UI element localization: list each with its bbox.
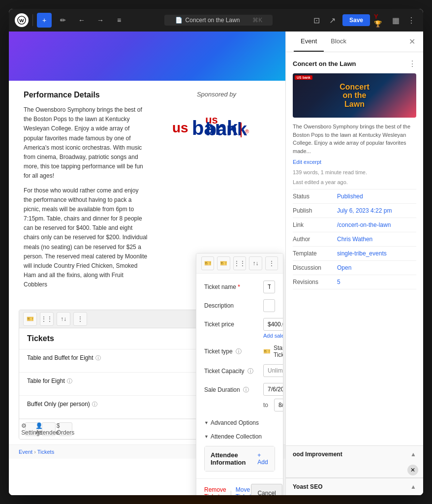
orders-tool[interactable]: $ Orders (59, 422, 72, 436)
sidebar-row-revisions: Revisions 5 (293, 275, 416, 289)
wp-logo[interactable]: W (15, 13, 29, 27)
yoast-icon[interactable]: Y🏆 (374, 14, 386, 26)
advanced-options-toggle[interactable]: Advanced Options (204, 417, 275, 428)
info-icon-3: ⓘ (92, 401, 97, 408)
value-author[interactable]: Chris Wathen (337, 236, 372, 243)
section-close-button[interactable]: ✕ (407, 465, 418, 475)
description-input[interactable] (263, 299, 275, 312)
paragraph-2: For those who would rather come and enjo… (24, 186, 148, 290)
breadcrumb-event[interactable]: Event (19, 449, 32, 455)
ticket-tool-more[interactable]: ⋮ (73, 312, 87, 326)
ticket-name-label: Ticket name * (204, 281, 258, 290)
sidebar-tabs: Event Block ✕ (286, 32, 423, 52)
section-yoast-toggle: ▲ (410, 483, 416, 490)
more-options-button[interactable]: ⋮ (405, 14, 417, 26)
ticket-edit-footer: Remove Ticket | Move Ticket Cancel Updat… (196, 478, 283, 495)
ticket-name-input[interactable] (263, 281, 275, 293)
sponsored-label: Sponsored by (162, 91, 271, 98)
toolbar-right: ⊡ ↗ Save Y🏆 ▦ ⋮ (311, 14, 417, 26)
hero-banner (9, 32, 285, 81)
add-sale-price-link[interactable]: Add sale price (263, 333, 283, 339)
add-block-button[interactable]: + (37, 13, 52, 28)
form-row-description: Description (204, 299, 275, 312)
remove-ticket-link[interactable]: Remove Ticket (204, 486, 226, 495)
sidebar-excerpt: The Owensboro Symphony brings the best o… (293, 123, 416, 155)
value-link[interactable]: /concert-on-the-lawn (337, 221, 391, 228)
ticket-edit-icon-1[interactable]: 🎫 (201, 256, 214, 270)
wp-editor-window: W + ✏ ← → ≡ 📄 Concert on the Lawn ⌘K ⊡ ↗… (9, 9, 423, 495)
sidebar-meta-words: 139 words, 1 minute read time. (293, 169, 416, 175)
sidebar-tabs-left: Event Block (294, 32, 353, 52)
sidebar-row-author: Author Chris Wathen (293, 232, 416, 247)
preview-button[interactable]: ⊡ (311, 14, 323, 26)
section-yoast-title: Yoast SEO (293, 483, 322, 490)
thumbnail-text: Concerton theLawn (339, 83, 369, 109)
url-text: Concert on the Lawn (185, 17, 240, 24)
external-link-button[interactable]: ↗ (327, 14, 339, 26)
sale-duration-label: Sale Duration ⓘ (204, 383, 258, 394)
sidebar-more-button[interactable]: ⋮ (408, 59, 416, 68)
label-author: Author (293, 236, 337, 243)
section-ood-title: ood Improvement (293, 451, 342, 458)
ticket-tool-1[interactable]: 🎫 (23, 312, 37, 326)
label-publish: Publish (293, 207, 337, 214)
start-date-input[interactable] (263, 383, 283, 396)
details-button[interactable]: ≡ (112, 13, 126, 28)
settings-button[interactable]: ▦ (390, 14, 401, 26)
ticket-tool-2[interactable]: ⋮⋮ (40, 312, 54, 326)
ticket-type-display: 🎫 Standard Ticket (263, 345, 283, 358)
price-control: $400.00 Add sale price (263, 318, 283, 339)
sidebar-row-template: Template single-tribe_events (293, 247, 416, 261)
attendees-tool[interactable]: 👤 Attendees (42, 422, 56, 436)
undo-button[interactable]: ← (74, 13, 89, 28)
to-label: to (263, 402, 271, 409)
edit-excerpt-link[interactable]: Edit excerpt (293, 159, 321, 165)
ticket-edit-panel: 🎫 🎫 ⋮⋮ ↑↓ ⋮ Ticket name * (196, 253, 283, 495)
move-ticket-link[interactable]: Move Ticket (236, 486, 251, 495)
svg-text:®: ® (245, 128, 249, 134)
price-display: $400.00 (263, 318, 283, 331)
label-link: Link (293, 221, 337, 228)
ticket-type-icon: 🎫 (263, 348, 271, 355)
add-attendee-button[interactable]: + Add (257, 452, 269, 466)
sidebar-content: Concert on the Lawn ⋮ US bank Concerton … (286, 52, 423, 445)
value-discussion[interactable]: Open (337, 264, 351, 271)
type-label: Ticket type ⓘ (204, 345, 258, 356)
wp-canvas: Performance Details The Owensboro Sympho… (9, 32, 285, 495)
cancel-button[interactable]: Cancel (251, 484, 282, 495)
ticket-more[interactable]: ⋮ (265, 256, 278, 270)
capacity-info-icon: ⓘ (247, 368, 253, 375)
ticket-move-handle[interactable]: ⋮⋮ (233, 256, 246, 270)
ticket-edit-icon-2[interactable]: 🎫 (217, 256, 230, 270)
sidebar-section-yoast[interactable]: Yoast SEO ▲ (286, 478, 423, 495)
tab-block[interactable]: Block (324, 32, 353, 52)
sidebar-section-ood[interactable]: ood Improvement ▲ (286, 445, 423, 463)
section-ood-toggle: ▲ (410, 451, 416, 458)
attendee-collection-toggle[interactable]: Attendee Collection (204, 431, 275, 442)
label-template: Template (293, 250, 337, 257)
tab-event[interactable]: Event (294, 32, 324, 52)
form-row-name: Ticket name * (204, 281, 275, 293)
wp-sidebar: Event Block ✕ Concert on the Lawn ⋮ US b… (285, 32, 423, 495)
sidebar-meta-edited: Last edited a year ago. (293, 179, 416, 185)
footer-buttons: Cancel Update Ticket (251, 484, 283, 495)
value-status[interactable]: Published (337, 193, 363, 200)
sidebar-close-button[interactable]: ✕ (409, 37, 415, 46)
sidebar-event-title: Concert on the Lawn ⋮ (293, 59, 416, 68)
value-revisions[interactable]: 5 (337, 279, 340, 285)
ticket-updown[interactable]: ↑↓ (249, 256, 262, 270)
breadcrumb-tickets[interactable]: Tickets (37, 449, 54, 455)
ticket-edit-toolbar: 🎫 🎫 ⋮⋮ ↑↓ ⋮ (196, 253, 283, 274)
edit-mode-button[interactable]: ✏ (56, 13, 70, 28)
save-button[interactable]: Save (342, 14, 370, 26)
end-date-input[interactable] (274, 399, 283, 411)
value-publish[interactable]: July 6, 2023 4:22 pm (337, 207, 392, 214)
description-label: Description (204, 299, 258, 309)
attendee-header: Attendee Information + Add (205, 446, 275, 471)
redo-button[interactable]: → (93, 13, 108, 28)
toolbar-divider (32, 14, 33, 26)
capacity-select[interactable]: Unlimited Limited (263, 364, 283, 377)
content-left: Performance Details The Owensboro Sympho… (24, 91, 148, 295)
ticket-tool-3[interactable]: ↑↓ (57, 312, 70, 326)
value-template[interactable]: single-tribe_events (337, 250, 387, 257)
